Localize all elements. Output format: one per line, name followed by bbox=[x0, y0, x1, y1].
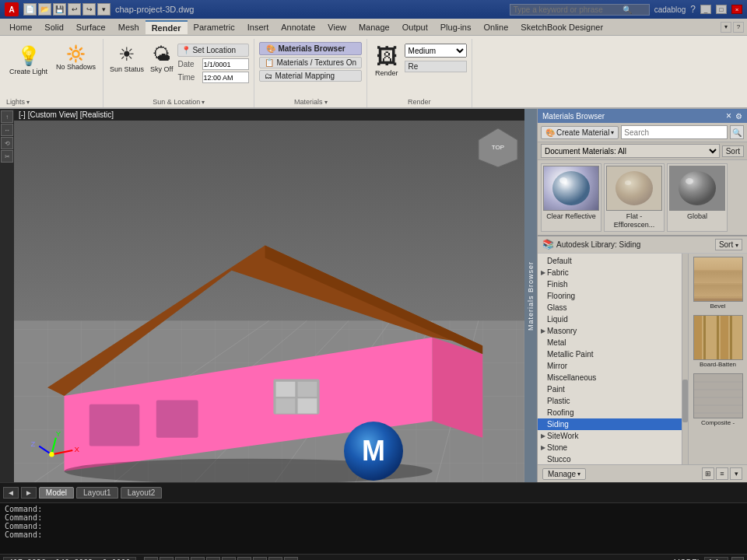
materials-browser-button[interactable]: 🎨 Materials Browser bbox=[259, 42, 362, 55]
doc-materials-sort[interactable]: Sort bbox=[722, 145, 744, 157]
tree-item-miscellaneous[interactable]: Miscellaneous bbox=[538, 372, 682, 383]
materials-group-label[interactable]: Materials ▾ bbox=[259, 98, 362, 107]
tree-item-siding[interactable]: Siding bbox=[538, 418, 682, 430]
render-button[interactable]: 🖼 Render bbox=[372, 42, 402, 79]
date-input[interactable] bbox=[202, 58, 249, 70]
grid-toggle[interactable]: # bbox=[144, 557, 158, 561]
tree-item-roofing[interactable]: Roofing bbox=[538, 407, 682, 418]
menu-solid[interactable]: Solid bbox=[38, 21, 69, 33]
tree-item-metal[interactable]: Metal bbox=[538, 337, 682, 348]
tool-btn-3[interactable]: ⟲ bbox=[1, 137, 13, 149]
menu-sketchbook[interactable]: SketchBook Designer bbox=[514, 21, 609, 33]
window-maximize[interactable]: □ bbox=[716, 5, 727, 14]
doc-materials-select[interactable]: Document Materials: All bbox=[541, 144, 720, 158]
tree-item-finish[interactable]: Finish bbox=[538, 278, 682, 290]
set-location-button[interactable]: 📍 Set Location bbox=[177, 44, 249, 57]
transparency-toggle[interactable]: ○ bbox=[268, 557, 282, 561]
menu-render[interactable]: Render bbox=[146, 20, 188, 34]
next-layout-btn[interactable]: ► bbox=[21, 487, 37, 499]
menu-online[interactable]: Online bbox=[478, 21, 515, 33]
quick-access-new[interactable]: 📄 bbox=[23, 3, 37, 16]
tool-btn-4[interactable]: ✂ bbox=[1, 150, 13, 163]
material-thumb-clear[interactable]: Clear Reflective bbox=[541, 163, 601, 232]
material-thumb-global[interactable]: Global bbox=[667, 163, 728, 232]
quick-access-undo[interactable]: ↩ bbox=[68, 3, 81, 16]
sun-group-label[interactable]: Sun & Location ▾ bbox=[108, 98, 249, 107]
menu-manage[interactable]: Manage bbox=[352, 21, 396, 33]
menu-insert[interactable]: Insert bbox=[241, 21, 275, 33]
material-thumb-flat[interactable]: Flat - Efflorescen... bbox=[604, 163, 665, 232]
view-grid-btn[interactable]: ⊞ bbox=[702, 467, 714, 480]
tree-item-paint[interactable]: Paint bbox=[538, 383, 682, 395]
tree-item-flooring[interactable]: Flooring bbox=[538, 290, 682, 302]
tree-item-masonry[interactable]: ▶Masonry bbox=[538, 325, 682, 337]
scale-display[interactable]: 1:1 ▾ bbox=[704, 557, 728, 560]
ribbon-help[interactable]: ? bbox=[733, 22, 744, 33]
tree-item-liquid[interactable]: Liquid bbox=[538, 313, 682, 325]
help-btn[interactable]: ? bbox=[690, 4, 696, 15]
re-button[interactable]: Re bbox=[405, 61, 467, 72]
tree-item-stone[interactable]: ▶Stone bbox=[538, 442, 682, 453]
panel-settings-icon[interactable]: ⚙ bbox=[735, 112, 742, 121]
tree-item-sitework[interactable]: ▶SiteWork bbox=[538, 430, 682, 442]
tree-item-stucco[interactable]: Stucco bbox=[538, 453, 682, 464]
title-search-input[interactable] bbox=[514, 5, 622, 14]
quality-select[interactable]: Medium Low High Presentation bbox=[405, 44, 467, 58]
menu-output[interactable]: Output bbox=[396, 21, 434, 33]
window-close[interactable]: × bbox=[731, 5, 742, 14]
view-more-btn[interactable]: ▾ bbox=[730, 467, 742, 480]
quick-access-open[interactable]: 📂 bbox=[38, 3, 51, 16]
create-light-button[interactable]: 💡 Create Light bbox=[6, 42, 51, 78]
tool-btn-1[interactable]: ↑ bbox=[1, 110, 13, 123]
lib-thumb-board-batten[interactable]: Board-Batten bbox=[690, 313, 745, 369]
workspace-btn[interactable]: ⚙ bbox=[731, 557, 744, 561]
command-input[interactable] bbox=[44, 530, 742, 539]
time-input[interactable] bbox=[202, 72, 249, 83]
menu-parametric[interactable]: Parametric bbox=[188, 21, 241, 33]
quick-access-save[interactable]: 💾 bbox=[53, 3, 66, 16]
polar-toggle[interactable]: ∠ bbox=[191, 557, 205, 561]
ortho-toggle[interactable]: ⊥ bbox=[175, 557, 189, 561]
dynamic-input-toggle[interactable]: + bbox=[237, 557, 251, 561]
tree-item-glass[interactable]: Glass bbox=[538, 302, 682, 313]
tree-item-default[interactable]: Default bbox=[538, 255, 682, 267]
sky-off-button[interactable]: 🌤 Sky Off bbox=[149, 42, 174, 75]
prev-layout-btn[interactable]: ◄ bbox=[3, 487, 19, 499]
lib-thumb-bevel[interactable]: Bevel bbox=[690, 255, 745, 311]
viewcube[interactable]: TOP bbox=[475, 124, 521, 171]
quick-access-more[interactable]: ▾ bbox=[97, 3, 110, 16]
mat-textures-button[interactable]: 📋 Materials / Textures On bbox=[259, 57, 362, 68]
selection-filter-toggle[interactable]: ▣ bbox=[284, 557, 298, 561]
no-shadows-button[interactable]: 🔆 No Shadows bbox=[54, 44, 98, 72]
manage-button[interactable]: Manage ▾ bbox=[542, 468, 586, 480]
quick-access-redo[interactable]: ↪ bbox=[82, 3, 96, 16]
menu-mesh[interactable]: Mesh bbox=[112, 21, 146, 33]
object-track-toggle[interactable]: ⊕ bbox=[222, 557, 236, 561]
menu-plugins[interactable]: Plug-ins bbox=[434, 21, 478, 33]
tree-item-mirror[interactable]: Mirror bbox=[538, 360, 682, 372]
panel-close-button[interactable]: × bbox=[724, 110, 734, 121]
tree-item-metallic-paint[interactable]: Metallic Paint bbox=[538, 348, 682, 360]
coordinates-display[interactable]: 417.9939, 149.8082, 0.0000 bbox=[3, 557, 136, 560]
tree-item-plastic[interactable]: Plastic bbox=[538, 395, 682, 407]
object-snap-toggle[interactable]: ◎ bbox=[206, 557, 220, 561]
menu-home[interactable]: Home bbox=[3, 21, 38, 33]
window-minimize[interactable]: _ bbox=[700, 5, 711, 14]
mat-mapping-button[interactable]: 🗂 Material Mapping bbox=[259, 70, 362, 82]
tab-layout1[interactable]: Layout1 bbox=[76, 487, 118, 499]
ribbon-collapse[interactable]: ▾ bbox=[721, 22, 731, 33]
lineweight-toggle[interactable]: ═ bbox=[253, 557, 267, 561]
menu-surface[interactable]: Surface bbox=[70, 21, 112, 33]
material-search-btn[interactable]: 🔍 bbox=[730, 125, 744, 139]
tool-btn-2[interactable]: ↔ bbox=[1, 124, 13, 136]
create-material-button[interactable]: 🎨 Create Material ▾ bbox=[541, 126, 619, 139]
view-list-btn[interactable]: ≡ bbox=[716, 467, 728, 480]
tab-model[interactable]: Model bbox=[39, 487, 74, 499]
sun-status-button[interactable]: ☀ Sun Status bbox=[108, 42, 146, 75]
tab-layout2[interactable]: Layout2 bbox=[121, 487, 163, 499]
library-sort[interactable]: Sort ▾ bbox=[715, 239, 742, 250]
menu-view[interactable]: View bbox=[321, 21, 352, 33]
lib-thumb-composite[interactable]: Composite - bbox=[690, 372, 745, 428]
material-search-input[interactable] bbox=[621, 125, 728, 139]
materials-side-tab[interactable]: Materials Browser bbox=[524, 109, 537, 482]
